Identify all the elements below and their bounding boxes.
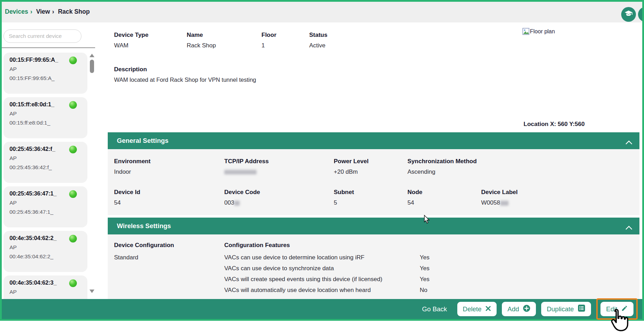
broken-image-icon (522, 28, 530, 36)
field-value: Rack Shop (187, 42, 216, 49)
field-value: 003 (224, 199, 234, 206)
configuration-features-label: Configuration Features (224, 242, 290, 249)
device-list-item[interactable]: 00:4e:35:04:62:3_ AP 00:4e:35:04:62:3_ (4, 275, 87, 299)
x-icon (485, 305, 491, 313)
add-button[interactable]: Add (502, 302, 536, 316)
action-bar: Go Back Delete Add Duplicate Edit (2, 299, 642, 319)
breadcrumb-devices[interactable]: Devices (5, 8, 28, 15)
wireless-settings-body: Device Configuration Standard Configurat… (108, 234, 639, 299)
field-label: Floor (261, 32, 277, 39)
breadcrumb-separator: › (52, 8, 54, 15)
breadcrumb-view[interactable]: View (36, 8, 50, 15)
redacted-value (224, 170, 257, 174)
graduation-cap-icon (624, 9, 633, 19)
field-value: W0058 (481, 199, 500, 206)
field-environment: Environment Indoor (114, 158, 151, 175)
feature-text: VACs can use device to determine locatio… (224, 254, 421, 261)
delete-button-label: Delete (463, 305, 482, 313)
field-synchronization-method: Synchronization Method Ascending (407, 158, 477, 175)
device-mac: 00:25:45:36:47:1_ (9, 209, 87, 215)
general-settings-header[interactable]: General Settings (108, 132, 639, 149)
field-value: Indoor (114, 168, 151, 175)
field-value-partially-redacted: W0058 (481, 199, 518, 206)
feature-value: Yes (420, 254, 430, 261)
device-type: AP (9, 66, 87, 72)
secondary-circle-button[interactable] (638, 7, 642, 22)
feature-value: Yes (420, 276, 430, 283)
field-power-level: Power Level +20 dBm (334, 158, 369, 175)
field-value: 54 (114, 199, 140, 206)
device-list-item[interactable]: 00:25:45:36:42:f_ AP 00:25:45:36:42:f_ (4, 142, 87, 183)
scrollbar-thumb[interactable] (90, 60, 94, 73)
floor-plan-image-placeholder: Floor plan (522, 28, 555, 36)
edit-button[interactable]: Edit (600, 302, 633, 316)
add-button-label: Add (507, 305, 519, 313)
feature-text: VACs will create speed events using this… (224, 276, 421, 283)
field-description: Description WAM located at Ford Rack Sho… (114, 66, 256, 83)
general-settings-section: General Settings Environment Indoor TCP/… (108, 132, 639, 215)
wireless-settings-section: Wireless Settings Device Configuration S… (108, 218, 639, 299)
field-status: Status Active (309, 32, 327, 49)
section-title: General Settings (117, 137, 168, 145)
field-tcpip-address: TCP/IP Address (224, 158, 269, 175)
feature-text: VACs can use device to synchronize data (224, 265, 421, 272)
edit-button-label: Edit (606, 305, 617, 313)
section-title: Wireless Settings (117, 222, 171, 230)
device-type: AP (9, 244, 87, 251)
help-button[interactable] (621, 7, 636, 22)
wireless-settings-header[interactable]: Wireless Settings (108, 218, 639, 234)
field-label: Device Id (114, 189, 140, 196)
top-bar: Devices› View› Rack Shop (2, 2, 642, 22)
field-label: Subnet (334, 189, 354, 196)
field-value: 54 (407, 199, 423, 206)
field-label: Environment (114, 158, 151, 165)
edit-button-highlight: Edit (596, 298, 638, 320)
field-floor: Floor 1 (261, 32, 277, 49)
device-list-item[interactable]: 00:25:45:36:47:1_ AP 00:25:45:36:47:1_ (4, 186, 87, 227)
device-list-item[interactable]: 00:15:FF:99:65:A_ AP 00:15:FF:99:65:A_ (4, 53, 87, 94)
field-value: 5 (334, 199, 354, 206)
delete-button[interactable]: Delete (457, 302, 497, 316)
device-list-item[interactable]: 00:4e:35:04:62:2_ AP 00:4e:35:04:62:2_ (4, 231, 87, 272)
duplicate-button[interactable]: Duplicate (541, 302, 591, 316)
floor-plan-alt-text: Floor plan (530, 28, 555, 35)
status-dot-icon (69, 101, 77, 109)
sidebar-divider (2, 47, 95, 48)
status-dot-icon (69, 190, 77, 198)
field-value-partially-redacted: 003 (224, 199, 260, 206)
field-label: Node (407, 189, 423, 196)
field-label: Synchronization Method (407, 158, 477, 165)
chevron-up-icon[interactable] (625, 139, 632, 146)
scroll-up-icon[interactable] (89, 54, 94, 57)
field-label: Description (114, 66, 256, 73)
field-device-type: Device Type WAM (114, 32, 148, 49)
list-icon (578, 304, 585, 314)
device-mac: 00:4e:35:04:62:2_ (9, 253, 87, 260)
chevron-up-icon[interactable] (625, 224, 632, 232)
scroll-down-icon[interactable] (89, 290, 94, 293)
field-label: Device Code (224, 189, 260, 196)
plus-circle-icon (523, 305, 530, 314)
feature-text: VACs will automatically use device locat… (224, 287, 421, 294)
status-dot-icon (69, 279, 77, 287)
device-configuration-label: Device Configuration (114, 242, 174, 249)
device-type: AP (9, 155, 87, 161)
feature-value: Yes (420, 265, 430, 272)
device-mac: 00:15:FF:99:65:A_ (9, 75, 87, 81)
go-back-button[interactable]: Go Back (422, 305, 447, 313)
field-value: +20 dBm (334, 168, 369, 175)
field-label: Status (309, 32, 327, 39)
search-input[interactable] (4, 29, 81, 43)
field-label: Power Level (334, 158, 369, 165)
status-dot-icon (69, 57, 77, 64)
status-dot-icon (69, 235, 77, 243)
description-text: WAM located at Ford Rack Shop for VPN tu… (114, 77, 256, 83)
app-window: Devices› View› Rack Shop 00:15:FF:99:65:… (0, 0, 644, 321)
field-node: Node 54 (407, 189, 423, 206)
field-label: Device Type (114, 32, 148, 39)
location-coordinates: Location X: 560 Y:560 (524, 121, 585, 128)
field-value: Active (309, 42, 327, 49)
duplicate-button-label: Duplicate (547, 305, 574, 313)
device-list-item[interactable]: 00:15:ff:e8:0d:1_ AP 00:15:ff:e8:0d:1_ (4, 97, 87, 138)
general-settings-body: Environment Indoor TCP/IP Address Power … (108, 149, 639, 215)
